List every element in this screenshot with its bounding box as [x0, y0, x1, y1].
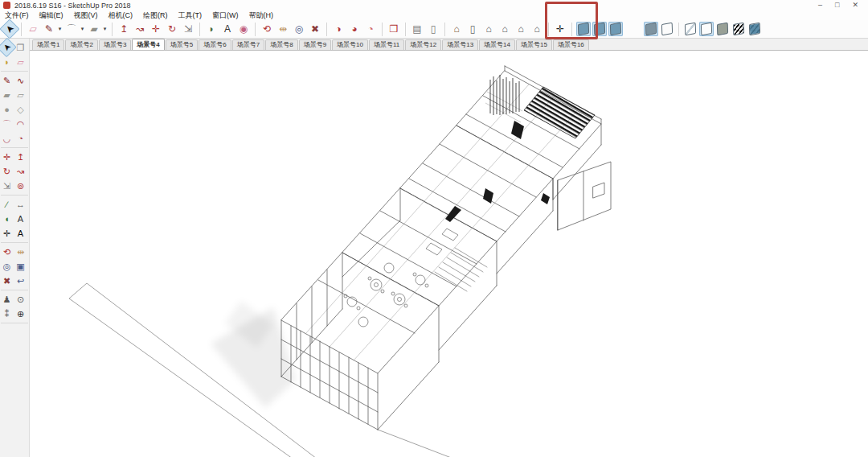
view-right-button[interactable]: ⌂: [497, 22, 512, 36]
line-tool-dropdown[interactable]: ▾: [57, 26, 63, 32]
protractor-tool[interactable]: ◖: [0, 212, 14, 226]
circle-tool[interactable]: ●: [0, 102, 14, 117]
look-around-tool[interactable]: ⊙: [14, 292, 27, 307]
zoom-extents-tool[interactable]: ✖: [308, 22, 322, 36]
menu-help[interactable]: 帮助(H): [249, 10, 274, 21]
scene-tab-11[interactable]: 场景号11: [369, 39, 404, 50]
position-camera-tool[interactable]: ♟: [0, 292, 14, 307]
zoom-previous-tool[interactable]: ↩: [14, 274, 27, 288]
scale-tool[interactable]: ⇲: [0, 179, 14, 193]
scene-tab-15[interactable]: 场景号15: [516, 39, 552, 50]
zoom-tool[interactable]: ◎: [0, 259, 14, 274]
two-point-arc-tool[interactable]: ◠: [14, 117, 27, 131]
threed-text-tool[interactable]: A: [14, 226, 27, 241]
rectangle-tool[interactable]: ▰: [87, 22, 101, 36]
orbit-tool[interactable]: ⟲: [0, 245, 14, 259]
rotated-rectangle-tool[interactable]: ▱: [14, 88, 27, 102]
pan-tool[interactable]: ⇹: [276, 22, 290, 36]
pan-tool[interactable]: ⇹: [14, 245, 27, 259]
scene-tab-7[interactable]: 场景号7: [232, 39, 264, 50]
menu-draw[interactable]: 绘图(R): [143, 10, 168, 21]
polygon-tool[interactable]: ◇: [14, 102, 27, 117]
rotate-tool[interactable]: ↻: [0, 164, 14, 179]
style-shaded-button[interactable]: [715, 22, 730, 36]
push-pull-tool[interactable]: ↥: [117, 22, 131, 36]
scene-tab-5[interactable]: 场景号5: [166, 39, 198, 50]
push-pull-tool[interactable]: ↥: [14, 150, 27, 164]
scene-tab-12[interactable]: 场景号12: [405, 39, 441, 50]
view-left-button[interactable]: ⌂: [514, 22, 528, 36]
menu-camera[interactable]: 相机(C): [108, 10, 133, 21]
rotate-tool[interactable]: ↻: [165, 22, 179, 36]
text-tool[interactable]: A: [14, 212, 27, 226]
model-canvas[interactable]: [30, 51, 868, 457]
arc-tool[interactable]: ⌒: [0, 117, 14, 131]
materials-tool[interactable]: ◉: [236, 22, 251, 36]
freehand-tool[interactable]: ∿: [14, 73, 27, 88]
view-back-button[interactable]: ⌂: [530, 22, 544, 36]
style-monochrome-button[interactable]: [644, 22, 658, 36]
zoom-tool[interactable]: ◎: [292, 22, 306, 36]
view-front-button[interactable]: ⌂: [481, 22, 496, 36]
minimize-button[interactable]: –: [818, 0, 822, 10]
section-display-toggle[interactable]: ◕: [347, 22, 362, 36]
eraser-tool[interactable]: ▱: [26, 22, 40, 36]
follow-me-tool[interactable]: ↝: [14, 164, 27, 179]
scene-tab-8[interactable]: 场景号8: [265, 39, 297, 50]
scene-tab-6[interactable]: 场景号6: [199, 39, 231, 50]
scene-tab-10[interactable]: 场景号10: [332, 39, 368, 50]
scene-tab-2[interactable]: 场景号2: [65, 39, 97, 50]
zoom-extents-tool[interactable]: ✖: [0, 274, 14, 288]
paint-bucket-tool[interactable]: ◗: [204, 22, 219, 36]
menu-edit[interactable]: 编辑(E): [39, 10, 63, 21]
style-wireframe-button[interactable]: [699, 22, 714, 36]
scene-tab-4[interactable]: 场景号4: [132, 39, 164, 50]
style-textured-button[interactable]: [747, 22, 762, 36]
menu-tools[interactable]: 工具(T): [178, 10, 203, 21]
close-button[interactable]: ✕: [852, 0, 858, 10]
view-cube-toggle-2[interactable]: [592, 22, 607, 36]
walk-tool[interactable]: ⁑: [0, 307, 14, 321]
scene-tab-13[interactable]: 场景号13: [442, 39, 478, 50]
move-tool[interactable]: ✛: [0, 150, 14, 164]
menu-window[interactable]: 窗口(W): [212, 10, 239, 21]
orbit-tool[interactable]: ⟲: [260, 22, 274, 36]
scene-tab-16[interactable]: 场景号16: [553, 39, 589, 50]
arc-tool-dropdown[interactable]: ▾: [80, 26, 85, 32]
pie-tool[interactable]: ◔: [14, 131, 27, 146]
scene-tab-14[interactable]: 场景号14: [479, 39, 515, 50]
section-plane-tool[interactable]: ◑: [331, 22, 346, 36]
rectangle-tool[interactable]: ▰: [0, 88, 14, 102]
scene-tab-1[interactable]: 场景号1: [32, 39, 64, 50]
text-tool[interactable]: A: [220, 22, 235, 36]
style-hidden-line-button[interactable]: [731, 22, 746, 36]
line-tool[interactable]: ✎: [42, 22, 56, 36]
axes-tool[interactable]: ✛: [0, 226, 14, 241]
style-back-edges-button[interactable]: [660, 22, 674, 36]
make-component-tool[interactable]: ❐: [387, 22, 401, 36]
scene-tab-9[interactable]: 场景号9: [299, 39, 331, 50]
scene-tab-3[interactable]: 场景号3: [99, 39, 131, 50]
view-top-button[interactable]: ▯: [465, 22, 480, 36]
offset-tool[interactable]: ⊚: [14, 179, 27, 193]
view-iso-button[interactable]: ⌂: [449, 22, 464, 36]
restore-button[interactable]: □: [835, 0, 839, 10]
move-tool[interactable]: ✛: [149, 22, 163, 36]
eraser-tool[interactable]: ▱: [14, 55, 27, 69]
axes-tool[interactable]: ✛: [553, 22, 567, 36]
three-point-arc-tool[interactable]: ◡: [0, 131, 14, 146]
model-info-button[interactable]: ▯: [426, 22, 440, 36]
view-cube-toggle-3[interactable]: [608, 22, 623, 36]
section-fill-toggle[interactable]: ◔: [363, 22, 378, 36]
follow-me-tool[interactable]: ↝: [133, 22, 147, 36]
zoom-window-tool[interactable]: ▣: [14, 259, 27, 274]
menu-view[interactable]: 视图(V): [74, 10, 98, 21]
section-plane-tool[interactable]: ⊕: [14, 307, 27, 321]
print-button[interactable]: ▤: [410, 22, 424, 36]
rectangle-tool-dropdown[interactable]: ▾: [102, 26, 108, 32]
view-cube-toggle-1[interactable]: [576, 22, 591, 36]
select-tool[interactable]: ➤: [0, 19, 20, 39]
line-tool[interactable]: ✎: [0, 73, 14, 88]
style-xray-button[interactable]: [683, 22, 698, 36]
dimension-tool[interactable]: ↔: [14, 197, 27, 212]
